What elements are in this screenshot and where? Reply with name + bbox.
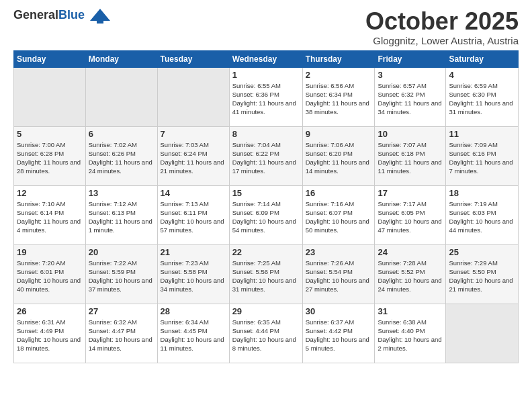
day-number: 21	[161, 247, 226, 257]
day-number: 4	[449, 70, 515, 80]
week-row-2: 5Sunrise: 7:00 AM Sunset: 6:28 PM Daylig…	[14, 126, 519, 185]
day-number: 31	[378, 306, 443, 316]
day-cell	[14, 67, 86, 126]
day-cell: 28Sunrise: 6:34 AM Sunset: 4:45 PM Dayli…	[157, 304, 229, 363]
day-info: Sunrise: 7:06 AM Sunset: 6:20 PM Dayligh…	[306, 140, 372, 176]
day-number: 22	[232, 247, 300, 257]
day-info: Sunrise: 7:04 AM Sunset: 6:22 PM Dayligh…	[232, 140, 300, 176]
day-cell	[85, 67, 157, 126]
day-info: Sunrise: 7:25 AM Sunset: 5:56 PM Dayligh…	[232, 259, 300, 294]
calendar-table: Sunday Monday Tuesday Wednesday Thursday…	[13, 50, 519, 363]
header-sunday: Sunday	[14, 50, 86, 67]
day-info: Sunrise: 6:34 AM Sunset: 4:45 PM Dayligh…	[161, 318, 226, 353]
month-title: October 2025	[365, 8, 519, 35]
day-cell: 2Sunrise: 6:56 AM Sunset: 6:34 PM Daylig…	[302, 67, 375, 126]
calendar-body: 1Sunrise: 6:55 AM Sunset: 6:36 PM Daylig…	[14, 67, 519, 363]
day-info: Sunrise: 6:59 AM Sunset: 6:30 PM Dayligh…	[449, 81, 515, 117]
day-number: 19	[17, 247, 83, 257]
day-cell: 21Sunrise: 7:23 AM Sunset: 5:58 PM Dayli…	[157, 244, 229, 304]
day-info: Sunrise: 7:22 AM Sunset: 5:59 PM Dayligh…	[89, 259, 154, 294]
day-info: Sunrise: 7:28 AM Sunset: 5:52 PM Dayligh…	[378, 259, 443, 294]
day-info: Sunrise: 7:10 AM Sunset: 6:14 PM Dayligh…	[17, 199, 83, 235]
day-info: Sunrise: 6:38 AM Sunset: 4:40 PM Dayligh…	[378, 318, 443, 353]
day-info: Sunrise: 6:32 AM Sunset: 4:47 PM Dayligh…	[89, 318, 154, 353]
day-info: Sunrise: 7:23 AM Sunset: 5:58 PM Dayligh…	[161, 259, 226, 294]
day-cell: 15Sunrise: 7:14 AM Sunset: 6:09 PM Dayli…	[229, 185, 302, 244]
location: Gloggnitz, Lower Austria, Austria	[365, 35, 519, 46]
day-cell: 9Sunrise: 7:06 AM Sunset: 6:20 PM Daylig…	[302, 126, 375, 185]
logo: GeneralBlue	[13, 8, 110, 24]
day-info: Sunrise: 6:55 AM Sunset: 6:36 PM Dayligh…	[232, 81, 300, 117]
day-cell: 30Sunrise: 6:37 AM Sunset: 4:42 PM Dayli…	[302, 304, 375, 363]
day-cell: 7Sunrise: 7:03 AM Sunset: 6:24 PM Daylig…	[157, 126, 229, 185]
day-info: Sunrise: 7:07 AM Sunset: 6:18 PM Dayligh…	[378, 140, 443, 176]
day-info: Sunrise: 7:09 AM Sunset: 6:16 PM Dayligh…	[449, 140, 515, 176]
day-cell: 5Sunrise: 7:00 AM Sunset: 6:28 PM Daylig…	[14, 126, 86, 185]
day-cell: 27Sunrise: 6:32 AM Sunset: 4:47 PM Dayli…	[85, 304, 157, 363]
day-info: Sunrise: 7:13 AM Sunset: 6:11 PM Dayligh…	[161, 199, 226, 235]
day-info: Sunrise: 7:29 AM Sunset: 5:50 PM Dayligh…	[449, 259, 515, 294]
day-number: 14	[161, 188, 226, 198]
day-number: 28	[161, 306, 226, 316]
day-number: 6	[89, 129, 154, 139]
calendar-header: Sunday Monday Tuesday Wednesday Thursday…	[14, 50, 519, 67]
day-info: Sunrise: 6:37 AM Sunset: 4:42 PM Dayligh…	[306, 318, 372, 353]
day-number: 25	[449, 247, 515, 257]
day-info: Sunrise: 7:26 AM Sunset: 5:54 PM Dayligh…	[306, 259, 372, 294]
header-thursday: Thursday	[302, 50, 375, 67]
svg-marker-0	[90, 9, 110, 24]
day-number: 29	[232, 306, 300, 316]
day-cell: 4Sunrise: 6:59 AM Sunset: 6:30 PM Daylig…	[446, 67, 519, 126]
day-number: 13	[89, 188, 154, 198]
header-wednesday: Wednesday	[229, 50, 302, 67]
day-number: 7	[161, 129, 226, 139]
week-row-4: 19Sunrise: 7:20 AM Sunset: 6:01 PM Dayli…	[14, 244, 519, 304]
day-cell: 31Sunrise: 6:38 AM Sunset: 4:40 PM Dayli…	[375, 304, 446, 363]
day-number: 26	[17, 306, 83, 316]
day-info: Sunrise: 6:35 AM Sunset: 4:44 PM Dayligh…	[232, 318, 300, 353]
day-number: 16	[306, 188, 372, 198]
day-cell	[157, 67, 229, 126]
day-cell: 20Sunrise: 7:22 AM Sunset: 5:59 PM Dayli…	[85, 244, 157, 304]
day-number: 9	[306, 129, 372, 139]
day-cell: 6Sunrise: 7:02 AM Sunset: 6:26 PM Daylig…	[85, 126, 157, 185]
day-number: 18	[449, 188, 515, 198]
day-number: 5	[17, 129, 83, 139]
logo-blue: Blue	[58, 8, 85, 21]
week-row-1: 1Sunrise: 6:55 AM Sunset: 6:36 PM Daylig…	[14, 67, 519, 126]
day-info: Sunrise: 6:31 AM Sunset: 4:49 PM Dayligh…	[17, 318, 83, 353]
days-of-week-row: Sunday Monday Tuesday Wednesday Thursday…	[14, 50, 519, 67]
day-number: 23	[306, 247, 372, 257]
day-info: Sunrise: 7:17 AM Sunset: 6:05 PM Dayligh…	[378, 199, 443, 235]
day-number: 20	[89, 247, 154, 257]
day-info: Sunrise: 7:02 AM Sunset: 6:26 PM Dayligh…	[89, 140, 154, 176]
day-cell: 23Sunrise: 7:26 AM Sunset: 5:54 PM Dayli…	[302, 244, 375, 304]
day-cell: 14Sunrise: 7:13 AM Sunset: 6:11 PM Dayli…	[157, 185, 229, 244]
day-number: 2	[306, 70, 372, 80]
day-cell: 19Sunrise: 7:20 AM Sunset: 6:01 PM Dayli…	[14, 244, 86, 304]
logo-general: General	[13, 8, 58, 21]
day-cell	[446, 304, 519, 363]
day-cell: 16Sunrise: 7:16 AM Sunset: 6:07 PM Dayli…	[302, 185, 375, 244]
day-cell: 25Sunrise: 7:29 AM Sunset: 5:50 PM Dayli…	[446, 244, 519, 304]
title-block: October 2025 Gloggnitz, Lower Austria, A…	[365, 8, 519, 46]
day-info: Sunrise: 7:19 AM Sunset: 6:03 PM Dayligh…	[449, 199, 515, 235]
day-number: 30	[306, 306, 372, 316]
day-cell: 29Sunrise: 6:35 AM Sunset: 4:44 PM Dayli…	[229, 304, 302, 363]
day-info: Sunrise: 6:57 AM Sunset: 6:32 PM Dayligh…	[378, 81, 443, 117]
week-row-3: 12Sunrise: 7:10 AM Sunset: 6:14 PM Dayli…	[14, 185, 519, 244]
week-row-5: 26Sunrise: 6:31 AM Sunset: 4:49 PM Dayli…	[14, 304, 519, 363]
day-number: 27	[89, 306, 154, 316]
day-number: 8	[232, 129, 300, 139]
day-number: 17	[378, 188, 443, 198]
day-info: Sunrise: 7:14 AM Sunset: 6:09 PM Dayligh…	[232, 199, 300, 235]
day-info: Sunrise: 6:56 AM Sunset: 6:34 PM Dayligh…	[306, 81, 372, 117]
day-cell: 11Sunrise: 7:09 AM Sunset: 6:16 PM Dayli…	[446, 126, 519, 185]
day-info: Sunrise: 7:20 AM Sunset: 6:01 PM Dayligh…	[17, 259, 83, 294]
day-cell: 22Sunrise: 7:25 AM Sunset: 5:56 PM Dayli…	[229, 244, 302, 304]
header-tuesday: Tuesday	[157, 50, 229, 67]
day-number: 15	[232, 188, 300, 198]
header-monday: Monday	[85, 50, 157, 67]
day-cell: 3Sunrise: 6:57 AM Sunset: 6:32 PM Daylig…	[375, 67, 446, 126]
day-cell: 8Sunrise: 7:04 AM Sunset: 6:22 PM Daylig…	[229, 126, 302, 185]
